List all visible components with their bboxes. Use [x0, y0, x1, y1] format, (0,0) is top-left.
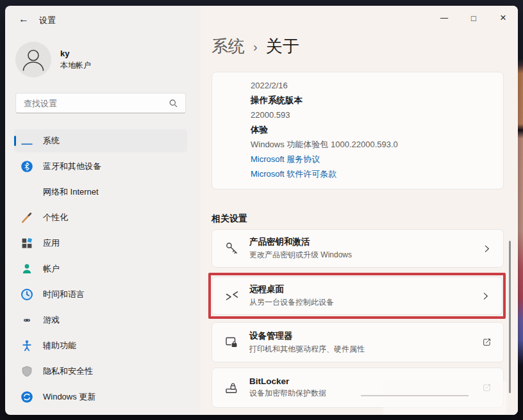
chevron-right-icon[interactable] [481, 243, 492, 254]
sidebar-item-label: 辅助功能 [43, 340, 76, 351]
sidebar-item-bluetooth[interactable]: 蓝牙和其他设备 [14, 155, 187, 178]
related-settings-heading: 相关设置 [212, 213, 247, 225]
sidebar-item-label: 隐私和安全性 [43, 366, 93, 377]
privacy-icon [21, 365, 33, 378]
spec-value: 2022/2/16 [251, 81, 490, 90]
card-title: BitLocker [249, 376, 481, 386]
card-title: 设备管理器 [249, 330, 481, 342]
highlight-box: 远程桌面 从另一台设备控制此设备 [208, 273, 506, 319]
sidebar-item-label: Windows 更新 [43, 391, 95, 403]
spec-value: 22000.593 [251, 110, 490, 120]
maximize-button[interactable]: □ [459, 6, 488, 30]
accessibility-icon [21, 339, 33, 352]
system-icon [21, 134, 33, 147]
breadcrumb: 系统 › 关于 [212, 35, 299, 58]
sidebar-item-label: 应用 [43, 238, 60, 249]
sidebar-item-label: 系统 [43, 135, 60, 147]
card-subtitle: 打印机和其他驱动程序、硬件属性 [249, 344, 481, 355]
sidebar-item-accessibility[interactable]: 辅助功能 [14, 334, 187, 357]
sidebar-item-label: 蓝牙和其他设备 [43, 161, 101, 172]
account-text: ky 本地帐户 [60, 49, 91, 71]
titlebar: ← 设置 — □ × [5, 6, 518, 33]
settings-card-product-key-activation[interactable]: 产品密钥和激活 更改产品密钥或升级 Windows [212, 229, 504, 268]
card-subtitle: 设备加密帮助保护数据 [249, 388, 481, 399]
back-button[interactable]: ← [14, 10, 33, 28]
windows-spec-card: 2022/2/16操作系统版本22000.593体验Windows 功能体验包 … [212, 72, 504, 190]
avatar [15, 42, 51, 77]
spec-body: 2022/2/16操作系统版本22000.593体验Windows 功能体验包 … [212, 72, 503, 179]
sidebar-item-label: 网络和 Internet [43, 186, 99, 198]
spec-link[interactable]: Microsoft 服务协议 [251, 154, 490, 164]
sidebar-item-accounts[interactable]: 帐户 [14, 257, 187, 280]
chevron-right-icon[interactable] [480, 291, 491, 302]
apps-icon [21, 237, 33, 250]
account-type: 本地帐户 [60, 60, 91, 71]
spec-label: 操作系统版本 [251, 95, 490, 105]
card-text: BitLocker 设备加密帮助保护数据 [249, 376, 481, 399]
card-text: 远程桌面 从另一台设备控制此设备 [249, 284, 480, 308]
sidebar-item-label: 个性化 [43, 212, 68, 223]
account-name: ky [60, 49, 91, 58]
sidebar-item-privacy-security[interactable]: 隐私和安全性 [14, 360, 187, 383]
spec-label: 体验 [251, 125, 490, 134]
search-box[interactable] [15, 93, 186, 113]
card-text: 设备管理器 打印机和其他驱动程序、硬件属性 [249, 330, 481, 355]
settings-window: ← 设置 — □ × ky 本地帐户 系统 [5, 6, 518, 415]
device-manager-icon [224, 335, 240, 350]
sidebar-item-system[interactable]: 系统 [14, 129, 187, 152]
remote-desktop-icon [224, 288, 240, 303]
sidebar-item-gaming[interactable]: 游戏 [14, 309, 187, 332]
settings-card-device-manager[interactable]: 设备管理器 打印机和其他驱动程序、硬件属性 [212, 322, 504, 362]
window-controls: — □ × [429, 6, 518, 30]
back-icon: ← [19, 13, 29, 25]
person-avatar-icon [15, 42, 51, 77]
sidebar-item-apps[interactable]: 应用 [14, 232, 187, 255]
close-button[interactable]: × [488, 6, 518, 30]
sidebar-item-label: 帐户 [43, 263, 60, 275]
network-icon [21, 186, 33, 198]
search-icon [169, 99, 178, 108]
search-input[interactable] [16, 99, 169, 108]
sidebar-item-network[interactable]: 网络和 Internet [14, 181, 187, 204]
bluetooth-icon [21, 160, 33, 173]
personalization-icon [21, 211, 33, 224]
sidebar-item-windows-update[interactable]: Windows 更新 [14, 385, 187, 408]
sidebar-item-personalization[interactable]: 个性化 [14, 206, 187, 229]
account-info[interactable]: ky 本地帐户 [15, 42, 91, 77]
spec-value: Windows 功能体验包 1000.22000.593.0 [251, 140, 490, 149]
update-icon [21, 391, 33, 403]
bitlocker-icon [224, 380, 240, 396]
card-text: 产品密钥和激活 更改产品密钥或升级 Windows [249, 236, 481, 261]
breadcrumb-parent[interactable]: 系统 [212, 35, 245, 58]
maximize-icon: □ [471, 13, 476, 23]
settings-card-remote-desktop[interactable]: 远程桌面 从另一台设备控制此设备 [212, 277, 502, 315]
related-cards: 产品密钥和激活 更改产品密钥或升级 Windows 远程桌面 从另一台设备控制此… [212, 229, 504, 413]
time-icon [21, 288, 33, 301]
scrollbar[interactable] [509, 241, 511, 393]
accounts-icon [21, 262, 33, 275]
minimize-icon: — [440, 13, 448, 22]
key-icon [224, 241, 240, 256]
minimize-button[interactable]: — [429, 6, 459, 30]
selected-indicator [14, 136, 16, 146]
gaming-icon [21, 314, 33, 327]
spec-link[interactable]: Microsoft 软件许可条款 [251, 169, 490, 179]
sidebar-nav: 系统 蓝牙和其他设备 网络和 Internet 个性化 应用 帐户 时间和语言 … [14, 129, 187, 411]
card-title: 产品密钥和激活 [249, 236, 481, 248]
close-icon: × [500, 12, 506, 24]
desktop-wallpaper [517, 0, 523, 420]
card-title: 远程桌面 [249, 284, 480, 295]
window-title: 设置 [39, 15, 56, 26]
sidebar-item-time-language[interactable]: 时间和语言 [14, 283, 187, 306]
card-subtitle: 从另一台设备控制此设备 [249, 297, 480, 308]
sidebar-item-label: 游戏 [43, 314, 60, 326]
page-title: 关于 [266, 35, 299, 58]
settings-card-bitlocker[interactable]: BitLocker 设备加密帮助保护数据 [212, 368, 504, 408]
external-link-icon[interactable] [481, 382, 492, 393]
external-link-icon[interactable] [481, 337, 492, 348]
sidebar-item-label: 时间和语言 [43, 289, 85, 300]
breadcrumb-separator: › [253, 38, 258, 54]
card-subtitle: 更改产品密钥或升级 Windows [249, 250, 481, 261]
